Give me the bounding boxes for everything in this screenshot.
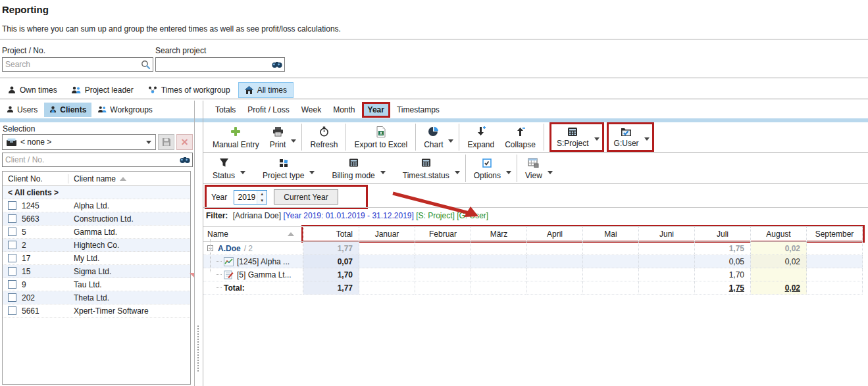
sort-project-dropdown[interactable] bbox=[594, 124, 602, 150]
grid-project-row[interactable]: [1245] Alpha ... 0,07 0,05 0,02 bbox=[203, 255, 863, 268]
timest-status-button[interactable]: Timest.status bbox=[397, 153, 455, 183]
status-filter-button[interactable]: Status bbox=[207, 153, 240, 183]
client-checkbox[interactable] bbox=[8, 214, 16, 223]
client-checkbox[interactable] bbox=[8, 267, 16, 276]
tab-clients[interactable]: Clients bbox=[44, 103, 91, 117]
options-button[interactable]: Options bbox=[469, 153, 506, 183]
cell-august: 0,02 bbox=[751, 255, 807, 268]
chevron-down-icon bbox=[506, 171, 511, 174]
col-maerz[interactable]: März bbox=[471, 227, 527, 241]
col-juni[interactable]: Juni bbox=[639, 227, 695, 241]
project-type-dropdown[interactable] bbox=[309, 153, 317, 183]
client-row[interactable]: 2 Hightech Co. bbox=[3, 239, 190, 252]
tab-project-leader[interactable]: Project leader bbox=[65, 82, 140, 98]
client-row[interactable]: 5661 Xpert-Timer Software bbox=[3, 304, 190, 318]
billing-mode-button[interactable]: Billing mode bbox=[326, 153, 380, 183]
tab-month[interactable]: Month bbox=[328, 103, 360, 117]
tab-totals[interactable]: Totals bbox=[210, 103, 241, 117]
group-user-dropdown[interactable] bbox=[644, 124, 652, 150]
client-table-header: Client No. Client name bbox=[3, 172, 190, 186]
save-selection-button[interactable] bbox=[158, 134, 174, 150]
client-search-input[interactable] bbox=[3, 154, 178, 166]
tab-workgroups[interactable]: Workgroups bbox=[93, 103, 157, 117]
client-checkbox[interactable] bbox=[8, 280, 16, 289]
client-row[interactable]: 5663 Construction Ltd. bbox=[3, 212, 190, 226]
delete-selection-button[interactable]: ✕ bbox=[176, 134, 193, 150]
grid-project-row[interactable]: [5] Gamma Lt... 1,70 1,70 bbox=[203, 268, 863, 281]
col-client-name[interactable]: Client name bbox=[68, 174, 190, 183]
project-name: [5] Gamma Lt... bbox=[237, 270, 292, 279]
refresh-button[interactable]: Refresh bbox=[305, 122, 343, 152]
col-september[interactable]: September bbox=[807, 227, 863, 241]
billing-mode-dropdown[interactable] bbox=[380, 153, 388, 183]
client-checkbox[interactable] bbox=[8, 201, 16, 210]
tab-label: Clients bbox=[60, 105, 86, 114]
project-type-button[interactable]: Project type bbox=[257, 153, 309, 183]
tab-timestamps[interactable]: Timestamps bbox=[392, 103, 445, 117]
client-checkbox[interactable] bbox=[8, 293, 16, 302]
client-row[interactable]: 9 Tau Ltd. bbox=[3, 278, 190, 291]
binoculars-icon[interactable] bbox=[178, 156, 192, 164]
grid-group-row[interactable]: − A.Doe / 2 1,77 1,75 0,02 bbox=[203, 242, 863, 255]
group-user-button[interactable]: G:User bbox=[609, 124, 644, 150]
year-input[interactable] bbox=[234, 191, 257, 204]
tab-label: Project leader bbox=[85, 85, 134, 95]
print-dropdown[interactable] bbox=[291, 122, 299, 152]
print-button[interactable]: Print bbox=[265, 122, 292, 152]
chart-button[interactable]: Chart bbox=[419, 122, 448, 152]
export-to-excel-button[interactable]: X Export to Excel bbox=[349, 122, 413, 152]
tab-own-times[interactable]: Own times bbox=[1, 82, 64, 98]
client-row[interactable]: 5 Gamma Ltd. bbox=[3, 226, 190, 239]
spin-down-icon[interactable]: ▼ bbox=[257, 197, 267, 204]
status-dropdown[interactable] bbox=[240, 153, 248, 183]
filter-toolbar: Status Project type Billing mode bbox=[203, 153, 868, 184]
all-clients-row[interactable]: < All clients > bbox=[3, 186, 190, 199]
floppy-disk-icon bbox=[162, 137, 171, 147]
panel-splitter[interactable] bbox=[197, 326, 199, 372]
client-checkbox[interactable] bbox=[8, 228, 16, 236]
expand-button[interactable]: Expand bbox=[462, 122, 499, 152]
tab-year[interactable]: Year bbox=[362, 102, 390, 118]
total-label: Total: bbox=[224, 283, 245, 293]
col-total[interactable]: Total bbox=[303, 227, 359, 241]
col-juli[interactable]: Juli bbox=[695, 227, 751, 241]
client-checkbox[interactable] bbox=[8, 306, 16, 315]
tab-times-of-workgroup[interactable]: Times of workgroup bbox=[141, 82, 237, 98]
timest-status-dropdown[interactable] bbox=[455, 153, 463, 183]
tab-profit-loss[interactable]: Profit / Loss bbox=[242, 103, 294, 117]
chart-dropdown[interactable] bbox=[448, 122, 456, 152]
client-checkbox[interactable] bbox=[8, 254, 16, 262]
project-search-input[interactable] bbox=[3, 59, 138, 70]
binoculars-icon[interactable] bbox=[270, 60, 284, 68]
col-februar[interactable]: Februar bbox=[415, 227, 471, 241]
search-icon[interactable] bbox=[138, 60, 153, 70]
client-checkbox[interactable] bbox=[8, 241, 16, 249]
current-year-button[interactable]: Current Year bbox=[274, 189, 338, 205]
manual-entry-button[interactable]: Manual Entry bbox=[207, 122, 265, 152]
drawer-icon bbox=[7, 138, 16, 146]
client-row[interactable]: 1245 Alpha Ltd. bbox=[3, 199, 190, 212]
selection-dropdown[interactable]: < none > bbox=[2, 134, 156, 150]
options-dropdown[interactable] bbox=[506, 153, 514, 183]
col-april[interactable]: April bbox=[527, 227, 583, 241]
col-januar[interactable]: Januar bbox=[359, 227, 415, 241]
cell-total: 0,07 bbox=[303, 255, 359, 268]
client-row[interactable]: 17 My Ltd. bbox=[3, 252, 190, 265]
col-name[interactable]: Name bbox=[203, 227, 303, 241]
tab-users[interactable]: Users bbox=[1, 103, 43, 117]
tab-all-times[interactable]: All times bbox=[238, 82, 294, 98]
col-august[interactable]: August bbox=[751, 227, 807, 241]
col-client-no[interactable]: Client No. bbox=[3, 174, 68, 183]
collapse-button[interactable]: Collapse bbox=[499, 122, 541, 152]
search-project-input[interactable] bbox=[156, 59, 270, 70]
cell-juli: 1,75 bbox=[695, 281, 751, 295]
sort-project-button[interactable]: S:Project bbox=[551, 124, 594, 150]
printer-icon bbox=[272, 126, 284, 138]
view-button[interactable]: View bbox=[520, 153, 548, 183]
client-row[interactable]: 202 Theta Ltd. bbox=[3, 291, 190, 304]
client-row[interactable]: 15 Sigma Ltd. bbox=[3, 265, 190, 278]
view-dropdown[interactable] bbox=[548, 153, 555, 183]
tab-week[interactable]: Week bbox=[296, 103, 326, 117]
spin-up-icon[interactable]: ▲ bbox=[257, 191, 267, 197]
col-mai[interactable]: Mai bbox=[583, 227, 639, 241]
